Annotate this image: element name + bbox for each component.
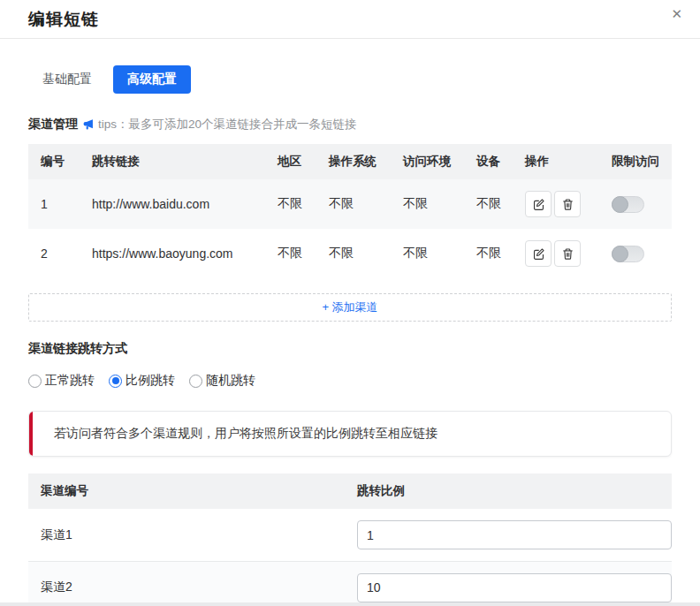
row-operations [513,240,599,267]
radio-ratio-jump[interactable]: 比例跳转 [109,373,175,389]
restrict-access-toggle[interactable] [612,196,644,213]
ratio-row-channel1: 渠道1 [28,509,672,561]
radio-random-jump[interactable]: 随机跳转 [189,373,255,389]
megaphone-icon [83,118,95,131]
toggle-knob [612,246,628,262]
row-number: 2 [28,246,80,261]
row-restrict [599,196,672,213]
channel-table-header: 编号 跳转链接 地区 操作系统 访问环境 设备 操作 限制访问 [28,144,672,179]
row-url: http://www.baidu.com [80,197,265,211]
col-jump-ratio: 跳转比例 [345,483,672,499]
ratio-row-channel2: 渠道2 [28,561,672,606]
row-os: 不限 [316,246,391,261]
dialog-header: 编辑短链 [0,0,700,39]
row-region: 不限 [265,196,316,212]
jump-mode-label: 渠道链接跳转方式 [28,341,672,357]
alert-accent-bar [29,412,33,456]
alert-text: 若访问者符合多个渠道规则，用户将按照所设置的比例跳转至相应链接 [54,426,438,442]
radio-icon[interactable] [109,375,122,388]
col-number: 编号 [28,154,80,170]
channel-label: 渠道1 [28,527,345,543]
channel-table: 编号 跳转链接 地区 操作系统 访问环境 设备 操作 限制访问 1 http:/… [28,144,672,278]
col-operation: 操作 [513,154,599,170]
tab-bar: 基础配置 高级配置 [28,65,672,94]
edit-icon [532,247,545,261]
ratio-input-channel1[interactable] [357,520,672,549]
col-channel-number: 渠道编号 [28,483,345,499]
jump-mode-options: 正常跳转 比例跳转 随机跳转 [28,373,672,389]
col-restrict: 限制访问 [599,154,672,170]
channel-tips-text: tips：最多可添加20个渠道链接合并成一条短链接 [98,117,357,133]
restrict-access-toggle[interactable] [612,246,644,262]
radio-icon[interactable] [189,375,202,388]
tab-advanced-config[interactable]: 高级配置 [113,65,191,94]
edit-icon [532,198,545,211]
col-url: 跳转链接 [80,154,265,170]
row-device: 不限 [464,196,513,212]
row-restrict [599,246,672,262]
add-channel-button[interactable]: + 添加渠道 [28,293,672,322]
toggle-knob [612,196,628,213]
radio-label: 比例跳转 [126,373,175,389]
radio-normal-jump[interactable]: 正常跳转 [28,373,95,389]
ratio-table: 渠道编号 跳转比例 渠道1 渠道2 [28,473,672,606]
channel-management-label: 渠道管理 [28,117,78,133]
table-row: 1 http://www.baidu.com 不限 不限 不限 不限 [28,179,672,229]
col-env: 访问环境 [391,154,464,170]
col-os: 操作系统 [316,154,391,170]
channel-section-header: 渠道管理 tips：最多可添加20个渠道链接合并成一条短链接 [28,117,672,133]
radio-icon[interactable] [28,375,42,388]
close-icon[interactable]: ✕ [667,4,686,24]
row-os: 不限 [316,196,391,212]
col-region: 地区 [265,154,316,170]
edit-button[interactable] [525,240,552,267]
ratio-table-header: 渠道编号 跳转比例 [28,473,672,509]
channel-label: 渠道2 [28,579,345,595]
row-env: 不限 [391,246,464,261]
row-operations [513,191,599,217]
row-env: 不限 [391,196,464,212]
row-url: https://www.baoyung.com [80,246,265,261]
delete-button[interactable] [554,191,581,217]
ratio-info-alert: 若访问者符合多个渠道规则，用户将按照所设置的比例跳转至相应链接 [28,411,672,457]
table-row: 2 https://www.baoyung.com 不限 不限 不限 不限 [28,229,672,278]
row-device: 不限 [464,246,513,261]
trash-icon [561,247,574,261]
ratio-input-channel2[interactable] [357,573,672,602]
trash-icon [561,198,574,211]
dialog-title: 编辑短链 [28,8,99,31]
dialog-bottom-edge [0,602,700,606]
row-number: 1 [28,197,80,211]
dialog-content: 基础配置 高级配置 渠道管理 tips：最多可添加20个渠道链接合并成一条短链接… [0,65,700,606]
radio-label: 随机跳转 [206,373,255,389]
radio-label: 正常跳转 [45,373,95,389]
edit-shortlink-dialog: 编辑短链 ✕ 基础配置 高级配置 渠道管理 tips：最多可添加20个渠道链接合… [0,0,700,606]
row-region: 不限 [265,246,316,261]
tab-basic-config[interactable]: 基础配置 [28,65,106,94]
delete-button[interactable] [554,240,581,267]
edit-button[interactable] [525,191,552,217]
col-device: 设备 [464,154,513,170]
